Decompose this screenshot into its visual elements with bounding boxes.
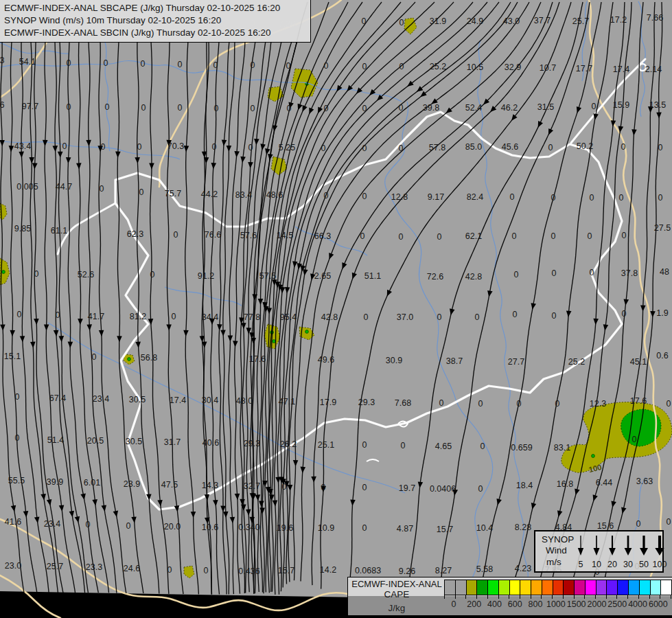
cape-legend-title: ECMWF-INDEX-ANAL bbox=[348, 579, 445, 589]
station-value: 14.5 bbox=[277, 231, 293, 240]
cape-tick-label: 4000 bbox=[628, 599, 647, 609]
station-value: 37.0 bbox=[397, 313, 413, 322]
station-value: 8.27 bbox=[435, 566, 452, 575]
cape-tick bbox=[476, 595, 477, 599]
station-value: 10.9 bbox=[318, 524, 334, 533]
station-value: 0 bbox=[324, 104, 329, 113]
station-value: 0 bbox=[62, 142, 67, 151]
cape-color-cell bbox=[575, 580, 586, 595]
station-value: 49.6 bbox=[318, 356, 334, 365]
station-value: 23.0 bbox=[5, 562, 21, 571]
station-value: 0 bbox=[636, 520, 641, 529]
station-value: 0 bbox=[514, 271, 519, 279]
station-value: 0 bbox=[590, 268, 594, 277]
station-value: 25.1 bbox=[318, 441, 334, 450]
station-value: 10.4 bbox=[476, 524, 493, 533]
station-value: 30.4 bbox=[202, 396, 218, 405]
station-value: 0 bbox=[324, 62, 329, 71]
station-value: 75.7 bbox=[165, 190, 181, 198]
cape-tick-label: 800 bbox=[529, 599, 543, 609]
cape-tick bbox=[531, 595, 531, 599]
station-value: 24.9 bbox=[467, 17, 483, 26]
station-value: 0 bbox=[204, 566, 209, 575]
station-value: 15.1 bbox=[4, 352, 21, 361]
station-value: 0.340 bbox=[238, 523, 259, 532]
station-value: 72.6 bbox=[427, 273, 443, 282]
station-value: 0 bbox=[286, 62, 291, 71]
cape-colorbar bbox=[444, 580, 672, 595]
station-value: 7.68 bbox=[395, 399, 411, 408]
station-value: 14.2 bbox=[320, 566, 336, 575]
cape-tick bbox=[552, 595, 553, 599]
station-value: 34.4 bbox=[202, 313, 218, 322]
station-value: 0.005 bbox=[16, 183, 38, 192]
cape-tick bbox=[671, 595, 671, 599]
cape-color-cell bbox=[510, 580, 521, 595]
station-value: 0 bbox=[321, 483, 326, 492]
station-value: 0 bbox=[362, 17, 367, 26]
station-value: 0 bbox=[512, 232, 517, 241]
station-value: 17.6 bbox=[249, 355, 266, 364]
station-value: 2.14 bbox=[645, 65, 662, 74]
station-value: 42.8 bbox=[465, 273, 482, 282]
station-value: 17.6 bbox=[630, 397, 647, 406]
cape-tick-label: 0 bbox=[451, 599, 456, 609]
station-value: 0.436 bbox=[238, 567, 259, 576]
station-value: 41.7 bbox=[88, 312, 104, 321]
station-value: 0 bbox=[622, 310, 627, 319]
station-value: 0 bbox=[321, 144, 326, 153]
station-value: 0 bbox=[555, 400, 560, 409]
station-value: 45.6 bbox=[502, 143, 518, 152]
station-value: 57.8 bbox=[429, 144, 445, 152]
cape-tick-label: 6000 bbox=[649, 599, 668, 609]
station-value: 0 bbox=[475, 313, 480, 322]
station-value: 56.8 bbox=[141, 354, 157, 363]
weather-map-app: 100 07.260031.924.943.037.725.717.27.663… bbox=[0, 0, 672, 618]
cape-tick-label: 600 bbox=[508, 599, 522, 609]
station-value: 0 bbox=[56, 311, 60, 320]
cape-color-cell bbox=[520, 580, 531, 595]
station-value: 0 bbox=[15, 434, 20, 443]
station-value: 9.17 bbox=[428, 193, 444, 202]
wind-speed-label: 50 bbox=[639, 560, 649, 569]
station-value: 67.4 bbox=[49, 394, 66, 403]
cape-tick bbox=[584, 595, 585, 599]
wind-legend-param: Wind bbox=[546, 545, 567, 556]
station-value: 17.4 bbox=[613, 65, 629, 74]
wind-legend-product: SYNOP bbox=[542, 534, 574, 545]
cape-legend-units: J/kg bbox=[348, 603, 445, 613]
cape-color-cell bbox=[596, 580, 607, 595]
station-value: 70.3 bbox=[167, 142, 184, 151]
station-value: 0 bbox=[213, 61, 218, 70]
station-value: 17.4 bbox=[170, 396, 186, 405]
station-value: 31.5 bbox=[537, 103, 554, 112]
cape-tick bbox=[541, 595, 542, 599]
station-value: 32.9 bbox=[505, 63, 521, 72]
cape-color-cell bbox=[651, 580, 662, 595]
wind-arrow-icons bbox=[571, 534, 667, 561]
cape-color-cell bbox=[640, 580, 651, 595]
station-value: 12.3 bbox=[590, 400, 606, 409]
station-value: 0 bbox=[513, 310, 518, 319]
wind-speed-label: 30 bbox=[623, 560, 633, 569]
station-value: 0 bbox=[67, 103, 71, 112]
cape-tick bbox=[595, 595, 596, 599]
station-value: 0 bbox=[141, 104, 146, 113]
cape-color-cell bbox=[531, 580, 542, 595]
station-value: 0 bbox=[251, 104, 255, 113]
station-value: 47.5 bbox=[161, 481, 178, 490]
station-value: 0 bbox=[590, 194, 594, 203]
station-value: 25.7 bbox=[572, 17, 589, 26]
station-value: 0 bbox=[632, 435, 637, 444]
station-value: 32.7 bbox=[244, 482, 260, 491]
title-line-sbcape: ECMWF-INDEX-ANAL SBCAPE (J/kg) Thursday … bbox=[4, 2, 306, 14]
station-value: 0 bbox=[517, 400, 522, 409]
station-value: 82.4 bbox=[467, 193, 483, 202]
station-value: 43.0 bbox=[503, 17, 520, 26]
station-value: 0 bbox=[287, 104, 292, 113]
station-value: 0 bbox=[552, 312, 557, 321]
station-value: 62.1 bbox=[465, 232, 482, 241]
station-value: 66.3 bbox=[314, 232, 331, 241]
station-value: 0 bbox=[178, 104, 183, 113]
station-value: 43.4 bbox=[14, 142, 31, 151]
